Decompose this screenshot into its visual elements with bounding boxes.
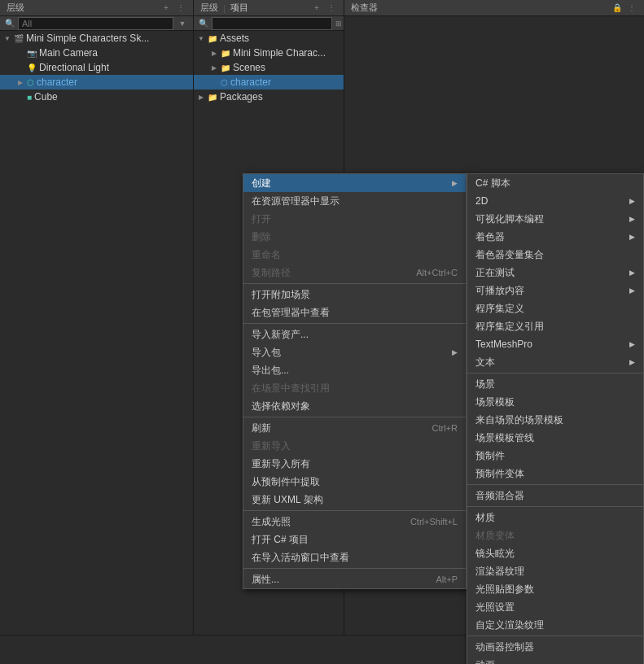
submenu-item-csharp[interactable]: C# 脚本 xyxy=(467,174,643,192)
context-menu-item-open-cs[interactable]: 打开 C# 项目 xyxy=(243,531,466,548)
submenu-lens-label: 镜头眩光 xyxy=(475,547,515,561)
context-menu-item-export-package[interactable]: 导入包 ▶ xyxy=(243,343,466,361)
submenu-item-lens-flare[interactable]: 镜头眩光 xyxy=(467,544,643,562)
context-separator-5 xyxy=(243,568,466,569)
submenu-item-scene-template[interactable]: 场景模板 xyxy=(467,393,643,411)
context-menu-item-update-uxml[interactable]: 更新 UXML 架构 xyxy=(243,491,466,509)
hierarchy-menu-icon[interactable]: ⋮ xyxy=(175,2,186,14)
submenu-item-shader-var[interactable]: 着色器变量集合 xyxy=(467,246,643,264)
context-menu-open-label: 打开 xyxy=(252,212,271,226)
submenu-tmp-arrow: ▶ xyxy=(629,340,635,348)
context-menu-item-create[interactable]: 创建 ▶ xyxy=(243,174,466,192)
hierarchy-filter-icon[interactable]: ▼ xyxy=(177,18,188,29)
context-menu-item-copy-path: 复制路径 Alt+Ctrl+C xyxy=(243,264,466,282)
context-menu-item-view-package[interactable]: 在包管理器中查看 xyxy=(243,304,466,321)
context-menu-item-select-deps[interactable]: 选择依赖对象 xyxy=(243,397,466,415)
context-menu-item-gen-lighting[interactable]: 生成光照 Ctrl+Shift+L xyxy=(243,513,466,531)
context-menu-item-show-explorer[interactable]: 在资源管理器中显示 xyxy=(243,192,466,210)
submenu-animation-label: 动画 xyxy=(475,658,495,665)
submenu-item-testing[interactable]: 正在测试 ▶ xyxy=(467,264,643,282)
submenu-item-scene[interactable]: 场景 xyxy=(467,375,643,393)
project-item-mini-simple[interactable]: ▶ 📁 Mini Simple Charac... xyxy=(194,46,344,60)
project-item-mini-label: Mini Simple Charac... xyxy=(233,47,326,59)
context-menu-item-open-additive[interactable]: 打开附加场景 xyxy=(243,286,466,304)
project-tab[interactable]: 项目 xyxy=(230,2,248,14)
project-add-icon[interactable]: + xyxy=(311,2,322,14)
submenu-item-visual-scripting[interactable]: 可视化脚本编程 ▶ xyxy=(467,210,643,228)
submenu-item-assembly-def-ref[interactable]: 程序集定义引用 xyxy=(467,317,643,335)
submenu-item-playable[interactable]: 可播放内容 ▶ xyxy=(467,282,643,299)
hierarchy-search-input[interactable] xyxy=(18,17,173,30)
project-item-scenes[interactable]: ▶ 📁 Scenes xyxy=(194,60,344,75)
inspector-menu-icon[interactable]: ⋮ xyxy=(626,2,637,14)
submenu-item-lightmap[interactable]: 光照贴图参数 xyxy=(467,580,643,598)
hierarchy-item-main-camera[interactable]: 📷 Main Camera xyxy=(0,46,193,60)
submenu-item-custom-render[interactable]: 自定义渲染纹理 xyxy=(467,616,643,634)
project-item-assets[interactable]: ▼ 📁 Assets xyxy=(194,31,344,46)
expand-arrow-mini: ▶ xyxy=(210,49,218,57)
submenu-item-scene-template-pipeline[interactable]: 场景模板管线 xyxy=(467,429,643,447)
context-separator-3 xyxy=(243,417,466,417)
submenu-item-animation[interactable]: 动画 xyxy=(467,656,643,664)
context-menu-properties-label: 属性... xyxy=(252,573,279,587)
hierarchy-item-root-label: Mini Simple Characters Sk... xyxy=(26,33,149,44)
context-menu-item-open: 打开 xyxy=(243,210,466,228)
submenu-item-2d[interactable]: 2D ▶ xyxy=(467,192,643,210)
hierarchy-add-icon[interactable]: + xyxy=(160,2,172,14)
context-menu-item-extract-prefab[interactable]: 从预制件中提取 xyxy=(243,473,466,491)
hierarchy-tab[interactable]: 层级 xyxy=(200,2,218,14)
project-search-input[interactable] xyxy=(212,17,332,30)
context-menu-uxml-label: 更新 UXML 架构 xyxy=(252,493,323,507)
context-menu-reimport-label: 重新导入 xyxy=(252,439,291,453)
expand-arrow-char xyxy=(210,78,218,86)
context-menu-gen-lighting-shortcut: Ctrl+Shift+L xyxy=(410,517,458,526)
project-item-character[interactable]: ⬡ character xyxy=(194,75,344,90)
submenu-2d-arrow: ▶ xyxy=(629,197,635,205)
context-menu-item-view-import[interactable]: 在导入活动窗口中查看 xyxy=(243,548,466,566)
submenu-playable-label: 可播放内容 xyxy=(475,284,524,298)
expand-arrow-camera xyxy=(16,49,24,57)
project-menu-icon[interactable]: ⋮ xyxy=(326,2,337,14)
submenu-item-prefab-var[interactable]: 预制件变体 xyxy=(467,465,643,483)
submenu-item-text[interactable]: 文本 ▶ xyxy=(467,353,643,371)
submenu-item-material[interactable]: 材质 xyxy=(467,509,643,526)
context-menu-rename-label: 重命名 xyxy=(252,248,281,262)
submenu-item-scene-template-from[interactable]: 来自场景的场景模板 xyxy=(467,411,643,429)
submenu-item-textmeshpro[interactable]: TextMeshPro ▶ xyxy=(467,335,643,353)
submenu-shader-arrow: ▶ xyxy=(629,233,635,241)
submenu-item-prefab[interactable]: 预制件 xyxy=(467,447,643,465)
submenu-shader-var-label: 着色器变量集合 xyxy=(475,248,544,262)
submenu-item-animator[interactable]: 动画器控制器 xyxy=(467,638,643,656)
submenu-item-assembly-def[interactable]: 程序集定义 xyxy=(467,299,643,317)
submenu-item-render-texture[interactable]: 渲染器纹理 xyxy=(467,562,643,580)
context-menu-item-export-package2[interactable]: 导出包... xyxy=(243,361,466,379)
inspector-title: 检查器 xyxy=(351,2,378,14)
context-menu-refresh-shortcut: Ctrl+R xyxy=(432,423,458,433)
submenu-assembly-def-label: 程序集定义 xyxy=(475,302,524,316)
context-menu-item-import-new[interactable]: 导入新资产... xyxy=(243,325,466,343)
hierarchy-item-root[interactable]: ▼ 🎬 Mini Simple Characters Sk... xyxy=(0,31,193,46)
prefab-icon: ⬡ xyxy=(27,78,34,87)
context-menu-item-properties[interactable]: 属性... Alt+P xyxy=(243,570,466,588)
project-layout-icon[interactable]: ⊞ xyxy=(335,18,342,29)
context-menu-item-reimport-all[interactable]: 重新导入所有 xyxy=(243,455,466,473)
scene-icon: 🎬 xyxy=(14,34,24,43)
submenu-item-lighting-settings[interactable]: 光照设置 xyxy=(467,598,643,616)
project-item-packages[interactable]: ▶ 📁 Packages xyxy=(194,90,344,104)
expand-arrow-root: ▼ xyxy=(3,34,11,42)
hierarchy-item-character-label: character xyxy=(37,76,77,88)
inspector-lock-icon[interactable]: 🔒 xyxy=(611,2,623,14)
expand-arrow-character: ▶ xyxy=(16,78,24,86)
submenu-csharp-label: C# 脚本 xyxy=(475,177,510,190)
submenu-shader-label: 着色器 xyxy=(475,230,505,244)
submenu-item-audio-mixer[interactable]: 音频混合器 xyxy=(467,487,643,505)
context-menu-item-refresh[interactable]: 刷新 Ctrl+R xyxy=(243,419,466,437)
submenu-testing-label: 正在测试 xyxy=(475,266,515,280)
hierarchy-item-directional-light[interactable]: 💡 Directional Light xyxy=(0,60,193,75)
hierarchy-item-cube[interactable]: ■ Cube xyxy=(0,90,193,104)
context-separator-1 xyxy=(243,283,466,284)
submenu-item-shader[interactable]: 着色器 ▶ xyxy=(467,228,643,246)
submenu-lighting-settings-label: 光照设置 xyxy=(475,601,515,614)
hierarchy-item-character[interactable]: ▶ ⬡ character xyxy=(0,75,193,90)
context-separator-2 xyxy=(243,323,466,324)
